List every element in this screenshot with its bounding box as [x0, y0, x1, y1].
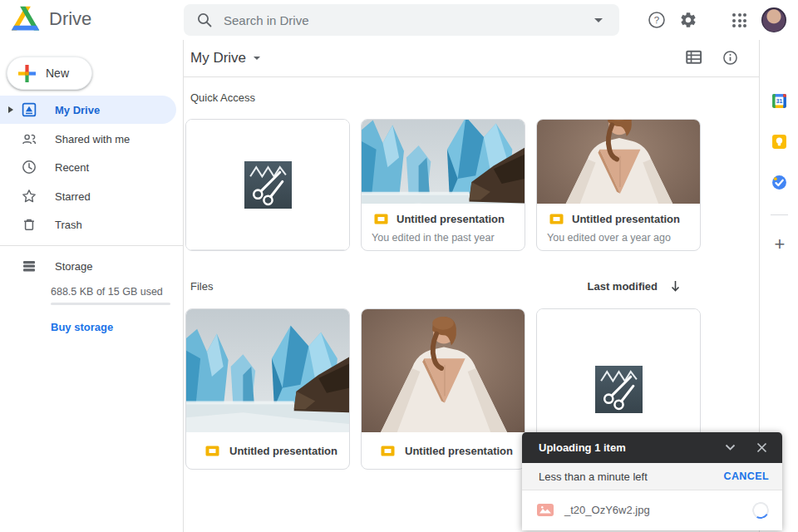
storage-progress-bar — [51, 303, 170, 305]
file-title: Untitled presentation — [405, 445, 513, 457]
file-activity: You edited in the past year — [372, 232, 515, 244]
info-icon — [722, 50, 738, 66]
sidebar-item-label: Shared with me — [55, 133, 130, 145]
new-button[interactable]: New — [7, 57, 92, 90]
drive-triangle-icon — [11, 6, 40, 32]
drive-logo[interactable]: Drive — [11, 6, 91, 32]
upload-progress-spinner — [751, 500, 771, 520]
quick-access-row: Untitled presentation You uploaded over … — [185, 119, 701, 251]
list-view-icon — [686, 50, 702, 65]
quick-access-card[interactable]: Untitled presentation You edited over a … — [536, 119, 701, 251]
sort-direction-arrow-icon — [669, 279, 682, 293]
close-button[interactable] — [752, 439, 771, 457]
multicolor-plus-icon — [18, 65, 36, 82]
woman-photo-thumbnail — [537, 120, 700, 204]
google-tasks-icon[interactable] — [771, 175, 787, 190]
buy-storage-link[interactable]: Buy storage — [51, 321, 113, 333]
sort-control[interactable]: Last modified — [587, 279, 699, 293]
folder-actions-caret-icon[interactable] — [254, 57, 260, 60]
gear-icon — [679, 11, 697, 29]
upload-toast: Uploading 1 item Less than a minute left… — [522, 432, 782, 530]
uploading-file-name: _t20_OzY6w2.jpg — [564, 504, 752, 516]
svg-text:31: 31 — [776, 98, 783, 104]
sidebar-item-label: Trash — [55, 219, 82, 231]
glacier-photo-thumbnail — [186, 309, 349, 432]
sidebar-item-trash[interactable]: Trash — [0, 210, 176, 239]
chevron-down-icon — [725, 444, 736, 451]
shared-people-icon — [22, 131, 37, 146]
scissors-clipart-thumbnail — [186, 120, 349, 250]
details-button[interactable] — [722, 50, 739, 66]
help-button[interactable]: ? — [648, 11, 666, 29]
upload-toast-title: Uploading 1 item — [539, 441, 721, 454]
search-options-caret-icon[interactable] — [594, 18, 603, 22]
uploading-file-row[interactable]: _t20_OzY6w2.jpg — [522, 490, 782, 530]
google-keep-icon[interactable] — [771, 134, 787, 150]
quick-access-card[interactable]: Untitled presentation You uploaded over … — [185, 119, 350, 251]
slides-file-icon — [549, 214, 564, 224]
files-header: Files Last modified — [190, 276, 699, 296]
get-add-ons-button[interactable]: + — [770, 234, 790, 254]
sort-label: Last modified — [587, 280, 658, 293]
main-header: My Drive — [184, 40, 759, 77]
search-input[interactable]: Search in Drive — [184, 4, 619, 36]
file-card[interactable]: Untitled presentation — [361, 308, 525, 470]
file-title: Untitled presentation — [572, 213, 680, 225]
image-file-icon — [537, 504, 554, 516]
quick-access-title: Quick Access — [190, 91, 255, 104]
sidebar-item-my-drive[interactable]: My Drive — [0, 96, 176, 124]
search-placeholder: Search in Drive — [224, 13, 594, 27]
slides-file-icon — [381, 446, 395, 456]
storage-label: Storage — [55, 260, 93, 273]
file-title: Untitled presentation — [229, 445, 337, 457]
google-drive-window: Drive Search in Drive ? — [0, 0, 798, 532]
upload-status-bar: Less than a minute left CANCEL — [522, 463, 782, 490]
list-view-toggle-button[interactable] — [686, 50, 702, 66]
clock-icon — [22, 160, 37, 175]
side-panel-divider — [771, 214, 788, 215]
account-avatar[interactable] — [761, 7, 786, 32]
sidebar: New My Drive — [0, 40, 184, 532]
google-apps-grid-icon[interactable] — [732, 13, 746, 27]
time-remaining: Less than a minute left — [539, 470, 724, 483]
svg-text:?: ? — [654, 15, 659, 25]
my-drive-icon — [22, 102, 37, 117]
cancel-upload-button[interactable]: CANCEL — [724, 470, 769, 482]
breadcrumb-title[interactable]: My Drive — [190, 50, 246, 66]
google-calendar-icon[interactable]: 31 — [771, 93, 787, 109]
glacier-photo-thumbnail — [362, 120, 525, 204]
settings-button[interactable] — [679, 11, 697, 29]
file-activity: You edited over a year ago — [547, 232, 690, 244]
upload-toast-header: Uploading 1 item — [522, 432, 782, 463]
sidebar-item-label: My Drive — [55, 104, 100, 116]
file-card[interactable]: Untitled presentation — [185, 308, 350, 470]
help-icon: ? — [648, 11, 666, 29]
app-name: Drive — [49, 8, 91, 30]
file-title: Untitled presentation — [397, 213, 505, 225]
sidebar-item-storage[interactable]: Storage — [0, 253, 176, 279]
sidebar-item-shared-with-me[interactable]: Shared with me — [0, 125, 176, 153]
expand-caret-icon[interactable] — [8, 106, 20, 113]
storage-usage-text: 688.5 KB of 15 GB used — [51, 286, 163, 298]
sidebar-item-label: Starred — [55, 190, 91, 203]
storage-icon — [22, 259, 37, 273]
new-button-label: New — [46, 66, 69, 80]
close-icon — [756, 442, 767, 453]
top-bar: Drive Search in Drive ? — [0, 0, 798, 40]
sidebar-item-recent[interactable]: Recent — [0, 153, 176, 181]
search-icon — [196, 12, 213, 28]
sidebar-divider — [0, 245, 183, 246]
sidebar-item-label: Recent — [55, 161, 89, 174]
slides-file-icon — [205, 446, 219, 456]
sidebar-item-starred[interactable]: Starred — [0, 182, 176, 210]
trash-icon — [22, 217, 37, 232]
quick-access-card[interactable]: Untitled presentation You edited in the … — [361, 119, 525, 251]
star-icon — [22, 189, 37, 204]
woman-photo-thumbnail — [362, 309, 525, 432]
files-title: Files — [190, 280, 213, 293]
minimize-button[interactable] — [721, 439, 739, 457]
slides-file-icon — [374, 214, 388, 224]
